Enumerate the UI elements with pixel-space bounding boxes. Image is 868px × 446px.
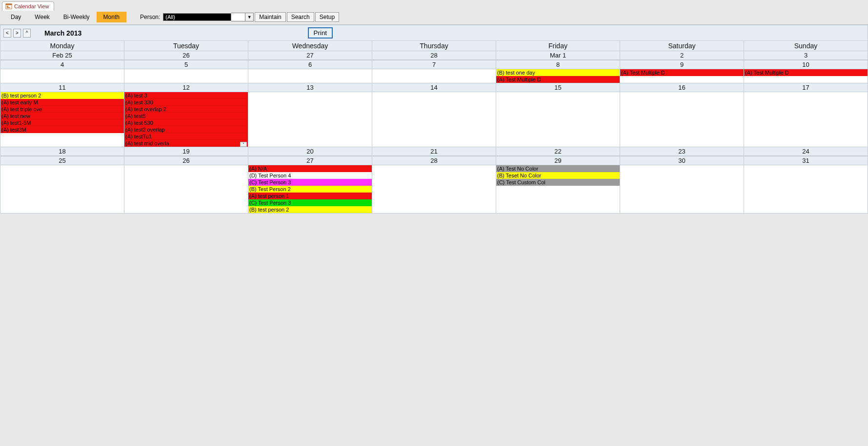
event-item[interactable]: (A) test 530: [124, 119, 248, 126]
setup-button[interactable]: Setup: [315, 12, 339, 22]
event-item[interactable]: (A) test1-5M: [0, 119, 124, 126]
view-toolbar: Day Week Bi-Weekly Month Person: (All) ▼…: [0, 11, 868, 25]
day-cell[interactable]: 18: [0, 147, 124, 156]
svg-rect-3: [7, 7, 10, 8]
calendar-grid: Feb 25262728Mar 12345678(B) test one day…: [0, 51, 868, 213]
event-item[interactable]: (B) Test Person 2: [248, 186, 372, 193]
event-item[interactable]: (A) Test No Color: [496, 165, 620, 172]
day-cell[interactable]: 6: [248, 60, 372, 83]
date-label: 17: [744, 83, 868, 92]
event-item[interactable]: (B) test person 2: [0, 92, 124, 99]
tab-calendar-view[interactable]: Calendar View: [2, 1, 54, 11]
day-head-saturday: Saturday: [620, 41, 744, 51]
event-item[interactable]: (A) test mid overla: [124, 140, 248, 147]
event-item[interactable]: (A) test triple ove: [0, 106, 124, 113]
day-cell[interactable]: Mar 1: [496, 51, 620, 60]
day-cell[interactable]: 5: [124, 60, 248, 83]
day-cell[interactable]: 4: [0, 60, 124, 83]
day-cell[interactable]: 20: [248, 147, 372, 156]
event-item[interactable]: (A) test 3: [124, 92, 248, 99]
event-item[interactable]: (A) test5: [124, 113, 248, 119]
event-item[interactable]: (A) test person 1: [248, 193, 372, 199]
events-list: (A) Test No Color(B) Teset No Color(C) T…: [496, 165, 620, 186]
event-item[interactable]: (A) test new: [0, 113, 124, 119]
day-cell[interactable]: 9(A) Test Multiple D: [620, 60, 744, 83]
day-cell[interactable]: 25: [0, 156, 124, 213]
day-cell[interactable]: 21: [372, 147, 496, 156]
print-button[interactable]: Print: [308, 27, 333, 39]
next-button[interactable]: >: [13, 29, 21, 38]
event-item[interactable]: (B) test person 2: [248, 206, 372, 213]
day-cell[interactable]: 15: [496, 83, 620, 147]
day-cell[interactable]: 23: [620, 147, 744, 156]
events-list: (A) Test Multiple D: [744, 69, 868, 76]
day-cell[interactable]: 11(B) test person 2(A) test early M(A) t…: [0, 83, 124, 147]
day-head-friday: Friday: [496, 41, 620, 51]
day-cell[interactable]: 28: [372, 156, 496, 213]
maintain-button[interactable]: Maintain: [255, 12, 285, 22]
day-body: (A) Test No Color(B) Teset No Color(C) T…: [496, 165, 620, 213]
event-item[interactable]: (A) Test Multiple D: [744, 69, 868, 76]
event-item[interactable]: (A) test2 overlap: [124, 126, 248, 133]
day-cell[interactable]: 22: [496, 147, 620, 156]
view-month[interactable]: Month: [97, 12, 126, 22]
day-cell[interactable]: 3: [744, 51, 868, 60]
event-item[interactable]: (B) test one day: [496, 69, 620, 76]
view-biweekly[interactable]: Bi-Weekly: [57, 12, 97, 22]
day-cell[interactable]: 7: [372, 60, 496, 83]
tab-bar: Calendar View: [0, 0, 868, 11]
date-label: 20: [248, 147, 372, 156]
search-button[interactable]: Search: [287, 12, 314, 22]
event-item[interactable]: (A) test 330: [124, 99, 248, 106]
person-select[interactable]: (All) ▼: [163, 13, 254, 21]
day-cell[interactable]: 30: [620, 156, 744, 213]
prev-button[interactable]: <: [3, 29, 11, 38]
day-cell[interactable]: 16: [620, 83, 744, 147]
month-title: March 2013: [44, 29, 81, 37]
date-label: 4: [0, 60, 124, 69]
day-cell[interactable]: 13: [248, 83, 372, 147]
day-cell[interactable]: 24: [744, 147, 868, 156]
event-item[interactable]: (C) Test Person 3: [248, 199, 372, 206]
day-cell[interactable]: 8(B) test one day(A) Test Multiple D: [496, 60, 620, 83]
expand-icon[interactable]: ˄: [240, 142, 247, 147]
event-item[interactable]: (A) test overlap 2: [124, 106, 248, 113]
day-head-monday: Monday: [0, 41, 124, 51]
up-button[interactable]: ^: [23, 29, 31, 38]
day-cell[interactable]: 10(A) Test Multiple D: [744, 60, 868, 83]
chevron-down-icon[interactable]: ▼: [245, 13, 254, 21]
day-cell[interactable]: 26: [124, 51, 248, 60]
tab-label: Calendar View: [14, 3, 49, 9]
event-item[interactable]: (A) test early M: [0, 99, 124, 106]
day-cell[interactable]: 19: [124, 147, 248, 156]
day-cell[interactable]: 17: [744, 83, 868, 147]
day-cell[interactable]: 14: [372, 83, 496, 147]
day-cell[interactable]: 31: [744, 156, 868, 213]
day-cell[interactable]: 12(A) test 3(A) test 330(A) test overlap…: [124, 83, 248, 147]
day-body: [248, 92, 372, 147]
person-value: (All): [163, 13, 231, 21]
event-item[interactable]: (C) Test Person 3: [248, 179, 372, 186]
day-cell[interactable]: 26: [124, 156, 248, 213]
day-cell[interactable]: 27(A) N/A(D) Test Person 4(C) Test Perso…: [248, 156, 372, 213]
event-item[interactable]: (A) test3M: [0, 126, 124, 133]
event-item[interactable]: (A) testTu1: [124, 133, 248, 140]
week-row: 11(B) test person 2(A) test early M(A) t…: [0, 83, 868, 147]
event-item[interactable]: (B) Teset No Color: [496, 172, 620, 179]
view-day[interactable]: Day: [4, 12, 28, 22]
day-cell[interactable]: 27: [248, 51, 372, 60]
event-item[interactable]: (A) N/A: [248, 165, 372, 172]
date-label: Feb 25: [0, 51, 124, 60]
events-list: (A) Test Multiple D: [620, 69, 744, 76]
event-item[interactable]: (A) Test Multiple D: [496, 76, 620, 83]
date-label: 24: [744, 147, 868, 156]
event-item[interactable]: (D) Test Person 4: [248, 172, 372, 179]
event-item[interactable]: (C) Test Custom Col: [496, 179, 620, 186]
day-cell[interactable]: 2: [620, 51, 744, 60]
view-week[interactable]: Week: [28, 12, 56, 22]
calendar-window: Calendar View Day Week Bi-Weekly Month P…: [0, 0, 868, 446]
day-cell[interactable]: Feb 25: [0, 51, 124, 60]
day-cell[interactable]: 29(A) Test No Color(B) Teset No Color(C)…: [496, 156, 620, 213]
day-cell[interactable]: 28: [372, 51, 496, 60]
event-item[interactable]: (A) Test Multiple D: [620, 69, 744, 76]
